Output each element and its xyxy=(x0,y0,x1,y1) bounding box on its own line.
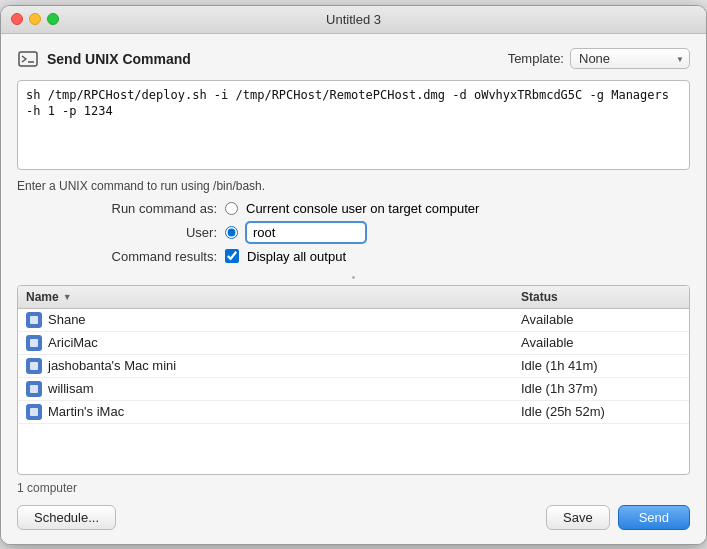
close-button[interactable] xyxy=(11,13,23,25)
template-select-wrapper[interactable]: None xyxy=(570,48,690,69)
user-row: User: xyxy=(107,222,690,243)
computer-icon xyxy=(26,358,42,374)
row-status-cell: Idle (1h 41m) xyxy=(521,358,681,373)
user-label: User: xyxy=(107,225,217,240)
user-input[interactable] xyxy=(246,222,366,243)
row-name-cell: Martin's iMac xyxy=(26,404,521,420)
table-header: Name ▼ Status xyxy=(18,286,689,309)
row-status-cell: Available xyxy=(521,312,681,327)
table-row[interactable]: willisam Idle (1h 37m) xyxy=(18,378,689,401)
table-row[interactable]: jashobanta's Mac mini Idle (1h 41m) xyxy=(18,355,689,378)
btn-group: Save Send xyxy=(546,505,690,530)
table-row[interactable]: AriciMac Available xyxy=(18,332,689,355)
computer-icon xyxy=(26,404,42,420)
row-status-cell: Available xyxy=(521,335,681,350)
row-name-cell: Shane xyxy=(26,312,521,328)
content-area: Send UNIX Command Template: None Enter a… xyxy=(1,34,706,544)
schedule-button[interactable]: Schedule... xyxy=(17,505,116,530)
run-as-label: Run command as: xyxy=(107,201,217,216)
computer-icon xyxy=(26,381,42,397)
col-header-status[interactable]: Status xyxy=(521,290,681,304)
scroll-indicator: • xyxy=(17,272,690,283)
radio-user[interactable] xyxy=(225,226,238,239)
panel-title: Send UNIX Command xyxy=(47,51,191,67)
send-button[interactable]: Send xyxy=(618,505,690,530)
row-status-cell: Idle (1h 37m) xyxy=(521,381,681,396)
template-row: Template: None xyxy=(508,48,690,69)
maximize-button[interactable] xyxy=(47,13,59,25)
window-controls xyxy=(11,13,59,25)
header-row: Send UNIX Command Template: None xyxy=(17,48,690,70)
table-body: Shane Available AriciMac Available jasho… xyxy=(18,309,689,474)
table-row[interactable]: Shane Available xyxy=(18,309,689,332)
computer-count: 1 computer xyxy=(17,481,690,495)
display-output-checkbox[interactable] xyxy=(225,249,239,263)
row-name-cell: jashobanta's Mac mini xyxy=(26,358,521,374)
sort-arrow-icon: ▼ xyxy=(63,292,72,302)
row-name-cell: willisam xyxy=(26,381,521,397)
send-unix-icon xyxy=(17,48,39,70)
main-window: Untitled 3 Send UNIX Command Template: xyxy=(0,5,707,545)
computers-table: Name ▼ Status Shane Available AriciMac A… xyxy=(17,285,690,475)
display-output-label: Display all output xyxy=(247,249,346,264)
command-hint: Enter a UNIX command to run using /bin/b… xyxy=(17,179,690,193)
row-name-cell: AriciMac xyxy=(26,335,521,351)
table-row[interactable]: Martin's iMac Idle (25h 52m) xyxy=(18,401,689,424)
options-section: Run command as: Current console user on … xyxy=(17,201,690,264)
header-left: Send UNIX Command xyxy=(17,48,191,70)
results-label: Command results: xyxy=(107,249,217,264)
minimize-button[interactable] xyxy=(29,13,41,25)
template-select[interactable]: None xyxy=(570,48,690,69)
radio-console-user[interactable] xyxy=(225,202,238,215)
computer-icon xyxy=(26,312,42,328)
results-row: Command results: Display all output xyxy=(107,249,690,264)
run-as-row: Run command as: Current console user on … xyxy=(107,201,690,216)
save-button[interactable]: Save xyxy=(546,505,610,530)
titlebar: Untitled 3 xyxy=(1,6,706,34)
footer-row: Schedule... Save Send xyxy=(17,505,690,530)
window-title: Untitled 3 xyxy=(326,12,381,27)
col-header-name[interactable]: Name ▼ xyxy=(26,290,521,304)
template-label: Template: xyxy=(508,51,564,66)
radio-console-label: Current console user on target computer xyxy=(246,201,479,216)
svg-rect-0 xyxy=(19,52,37,66)
row-status-cell: Idle (25h 52m) xyxy=(521,404,681,419)
computer-icon xyxy=(26,335,42,351)
command-textarea[interactable] xyxy=(17,80,690,170)
